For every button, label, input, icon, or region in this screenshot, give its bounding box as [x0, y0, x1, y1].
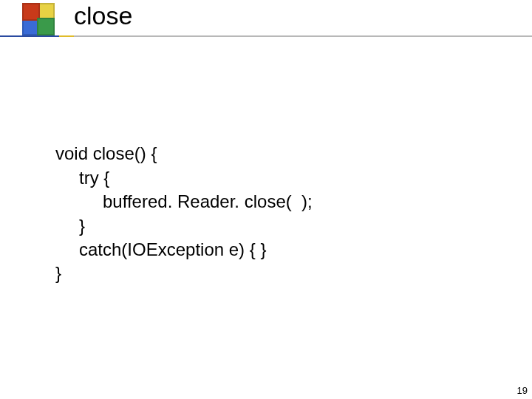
slide-title: close	[74, 1, 132, 30]
logo-squares	[22, 3, 66, 40]
page-number: 19	[517, 385, 528, 396]
slide: close void close() { try { buffered. Rea…	[0, 0, 532, 399]
logo-square-green	[37, 18, 55, 35]
code-line-2: try {	[55, 166, 109, 190]
underline-blue	[0, 35, 59, 37]
code-line-1: void close() {	[55, 143, 157, 163]
underline-yellow	[59, 35, 74, 37]
code-block: void close() { try { buffered. Reader. c…	[55, 118, 313, 310]
code-line-6: }	[55, 263, 61, 283]
title-underline	[0, 35, 532, 37]
code-line-4: }	[55, 214, 85, 238]
code-line-3: buffered. Reader. close( );	[55, 190, 313, 214]
underline-grey	[74, 35, 532, 37]
code-line-5: catch(IOException e) { }	[55, 238, 266, 262]
